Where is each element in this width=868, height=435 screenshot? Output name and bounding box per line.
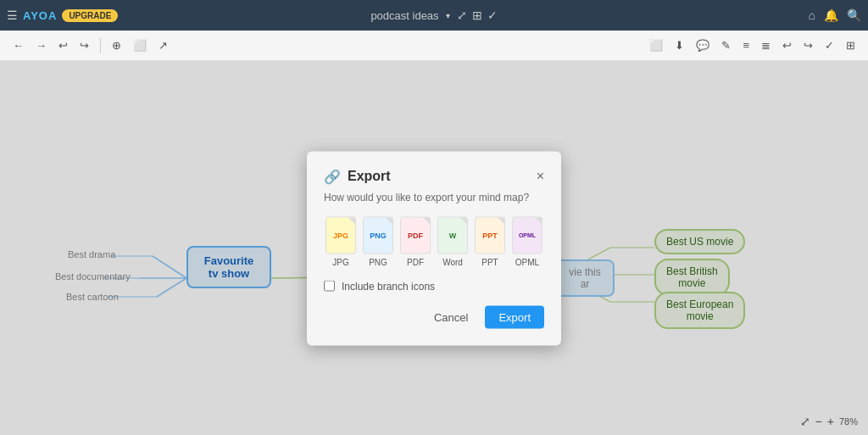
tb-download-button[interactable]: ⬇	[670, 36, 688, 54]
tb-undo2-button[interactable]: ↩	[778, 36, 796, 54]
modal-close-button[interactable]: ×	[537, 169, 544, 184]
modal-subtitle: How would you like to export your mind m…	[324, 191, 544, 203]
toolbar-left: ← → ↩ ↪ ⊕ ⬜ ↗	[8, 36, 642, 54]
grid-icon[interactable]: ⊞	[472, 8, 482, 22]
format-pdf[interactable]: PDF PDF	[400, 216, 431, 266]
format-word-label: Word	[442, 257, 463, 266]
tb-list-button[interactable]: ≡	[738, 36, 754, 54]
format-ppt-label: PPT	[481, 257, 498, 266]
include-icons-checkbox[interactable]	[324, 281, 335, 292]
canvas: Favourite tv show Best drama Best docume…	[0, 61, 868, 435]
share-icon[interactable]: ⤢	[457, 8, 467, 22]
doc-title-arrow-icon[interactable]: ▾	[446, 11, 450, 20]
undo-back-button[interactable]: ←	[8, 36, 28, 54]
tb-redo2-button[interactable]: ↪	[799, 36, 817, 54]
logo: AYOA	[23, 9, 57, 22]
include-icons-label: Include branch icons	[342, 280, 435, 292]
link-button[interactable]: ↗	[154, 36, 172, 54]
toolbar-right: ⬜ ⬇ 💬 ✎ ≡ ≣ ↩ ↪ ✓ ⊞	[645, 36, 860, 54]
tb-grid-button[interactable]: ⊞	[842, 36, 860, 54]
frame-button[interactable]: ⬜	[129, 36, 151, 54]
modal-header: 🔗 Export ×	[324, 168, 544, 184]
check-icon[interactable]: ✓	[487, 8, 498, 22]
format-opml-label: OPML	[515, 257, 539, 266]
modal-footer: Cancel Export	[324, 305, 544, 328]
export-button[interactable]: Export	[485, 305, 544, 328]
add-button[interactable]: ⊕	[108, 36, 125, 54]
doc-title[interactable]: podcast ideas	[370, 9, 438, 22]
format-opml[interactable]: OPML OPML	[512, 216, 542, 266]
redo-forward-button[interactable]: →	[31, 36, 51, 54]
cancel-button[interactable]: Cancel	[424, 305, 478, 328]
home-icon[interactable]: ⌂	[809, 8, 815, 22]
export-modal: 🔗 Export × How would you like to export …	[307, 151, 561, 345]
format-ppt[interactable]: PPT PPT	[475, 216, 505, 266]
tb-comment-button[interactable]: 💬	[692, 36, 714, 54]
toolbar: ← → ↩ ↪ ⊕ ⬜ ↗ ⬜ ⬇ 💬 ✎ ≡ ≣ ↩ ↪ ✓ ⊞	[0, 31, 868, 61]
format-jpg-label: JPG	[332, 257, 348, 266]
topnav-center-icons: ⤢ ⊞ ✓	[457, 8, 498, 22]
tb-view-button[interactable]: ⬜	[645, 36, 667, 54]
topnav-left: ☰ AYOA UPGRADE	[7, 8, 118, 22]
hamburger-icon[interactable]: ☰	[7, 8, 18, 22]
export-formats: JPG JPG PNG PNG PDF PDF W Word	[324, 216, 544, 266]
topnav-right: ⌂ 🔔 🔍	[809, 8, 861, 22]
upgrade-button[interactable]: UPGRADE	[62, 9, 118, 22]
undo-button[interactable]: ↩	[54, 36, 72, 54]
topnav: ☰ AYOA UPGRADE podcast ideas ▾ ⤢ ⊞ ✓ ⌂ 🔔…	[0, 0, 868, 31]
export-icon: 🔗	[324, 168, 341, 184]
format-png[interactable]: PNG PNG	[363, 216, 393, 266]
format-jpg[interactable]: JPG JPG	[326, 216, 356, 266]
include-icons-row: Include branch icons	[324, 280, 544, 292]
toolbar-separator-1	[100, 38, 101, 53]
notification-icon[interactable]: 🔔	[824, 8, 838, 22]
format-pdf-label: PDF	[407, 257, 424, 266]
format-word[interactable]: W Word	[437, 216, 468, 266]
tb-edit-button[interactable]: ✎	[717, 36, 735, 54]
modal-title: 🔗 Export	[324, 168, 391, 184]
topnav-center: podcast ideas ▾ ⤢ ⊞ ✓	[370, 8, 497, 22]
tb-list2-button[interactable]: ≣	[757, 36, 775, 54]
tb-check-button[interactable]: ✓	[821, 36, 838, 54]
redo-button[interactable]: ↪	[75, 36, 93, 54]
search-icon[interactable]: 🔍	[847, 8, 861, 22]
format-png-label: PNG	[369, 257, 387, 266]
